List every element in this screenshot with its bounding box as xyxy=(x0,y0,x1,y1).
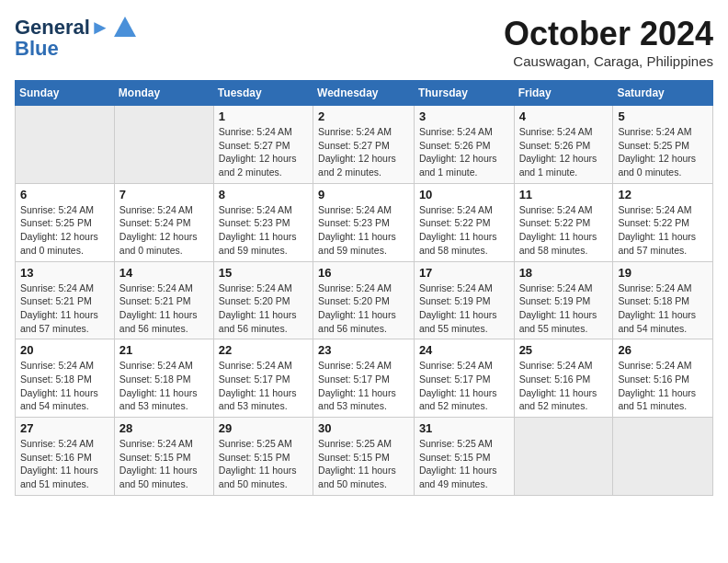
weekday-header-cell: Thursday xyxy=(414,81,514,106)
calendar-cell: 26Sunrise: 5:24 AM Sunset: 5:16 PM Dayli… xyxy=(613,339,713,418)
day-number: 10 xyxy=(419,188,509,201)
calendar-cell: 3Sunrise: 5:24 AM Sunset: 5:26 PM Daylig… xyxy=(414,106,514,184)
day-info: Sunrise: 5:24 AM Sunset: 5:22 PM Dayligh… xyxy=(419,203,509,258)
day-number: 2 xyxy=(318,109,409,123)
title-area: October 2024 Causwagan, Caraga, Philippi… xyxy=(504,15,713,69)
month-title: October 2024 xyxy=(504,15,713,53)
calendar-cell: 6Sunrise: 5:24 AM Sunset: 5:25 PM Daylig… xyxy=(16,183,115,261)
calendar-cell: 12Sunrise: 5:24 AM Sunset: 5:22 PM Dayli… xyxy=(613,183,713,261)
logo-text: General► xyxy=(15,17,110,39)
calendar-cell: 27Sunrise: 5:24 AM Sunset: 5:16 PM Dayli… xyxy=(16,418,115,496)
logo: General► Blue xyxy=(15,15,138,61)
weekday-header-cell: Friday xyxy=(514,81,613,106)
day-info: Sunrise: 5:24 AM Sunset: 5:15 PM Dayligh… xyxy=(119,437,209,491)
day-number: 23 xyxy=(318,343,409,357)
calendar-cell: 20Sunrise: 5:24 AM Sunset: 5:18 PM Dayli… xyxy=(16,339,115,418)
day-number: 15 xyxy=(219,266,308,280)
day-info: Sunrise: 5:25 AM Sunset: 5:15 PM Dayligh… xyxy=(419,437,509,491)
day-number: 3 xyxy=(419,109,509,123)
calendar-cell xyxy=(114,106,213,184)
header: General► Blue October 2024 Causwagan, Ca… xyxy=(15,15,713,69)
day-number: 16 xyxy=(318,266,409,280)
calendar-cell: 23Sunrise: 5:24 AM Sunset: 5:17 PM Dayli… xyxy=(313,339,415,418)
calendar-cell xyxy=(613,418,713,496)
day-number: 9 xyxy=(318,188,409,201)
calendar-cell: 11Sunrise: 5:24 AM Sunset: 5:22 PM Dayli… xyxy=(514,183,613,261)
day-number: 7 xyxy=(119,188,209,201)
calendar-cell: 13Sunrise: 5:24 AM Sunset: 5:21 PM Dayli… xyxy=(16,261,115,339)
day-info: Sunrise: 5:24 AM Sunset: 5:18 PM Dayligh… xyxy=(20,359,109,413)
day-number: 27 xyxy=(20,421,109,435)
day-info: Sunrise: 5:24 AM Sunset: 5:27 PM Dayligh… xyxy=(318,125,409,179)
day-number: 20 xyxy=(20,343,109,357)
weekday-header-cell: Saturday xyxy=(613,81,713,106)
calendar-cell: 2Sunrise: 5:24 AM Sunset: 5:27 PM Daylig… xyxy=(313,106,415,184)
calendar-cell: 7Sunrise: 5:24 AM Sunset: 5:24 PM Daylig… xyxy=(114,183,213,261)
day-number: 12 xyxy=(618,188,708,201)
calendar-week-row: 27Sunrise: 5:24 AM Sunset: 5:16 PM Dayli… xyxy=(16,418,713,496)
day-number: 30 xyxy=(318,421,409,435)
calendar-cell: 28Sunrise: 5:24 AM Sunset: 5:15 PM Dayli… xyxy=(114,418,213,496)
calendar-cell: 1Sunrise: 5:24 AM Sunset: 5:27 PM Daylig… xyxy=(213,106,313,184)
calendar-week-row: 6Sunrise: 5:24 AM Sunset: 5:25 PM Daylig… xyxy=(16,183,713,261)
day-number: 29 xyxy=(219,421,308,435)
day-info: Sunrise: 5:24 AM Sunset: 5:23 PM Dayligh… xyxy=(219,203,308,258)
calendar-body: 1Sunrise: 5:24 AM Sunset: 5:27 PM Daylig… xyxy=(16,106,713,496)
weekday-header-cell: Sunday xyxy=(16,81,115,106)
weekday-header-cell: Monday xyxy=(114,81,213,106)
day-number: 18 xyxy=(519,266,609,280)
calendar-cell: 31Sunrise: 5:25 AM Sunset: 5:15 PM Dayli… xyxy=(414,418,514,496)
calendar-cell: 5Sunrise: 5:24 AM Sunset: 5:25 PM Daylig… xyxy=(613,106,713,184)
day-info: Sunrise: 5:24 AM Sunset: 5:27 PM Dayligh… xyxy=(219,125,308,179)
calendar-cell: 18Sunrise: 5:24 AM Sunset: 5:19 PM Dayli… xyxy=(514,261,613,339)
day-info: Sunrise: 5:24 AM Sunset: 5:16 PM Dayligh… xyxy=(618,359,708,413)
day-info: Sunrise: 5:24 AM Sunset: 5:18 PM Dayligh… xyxy=(618,282,708,336)
day-number: 17 xyxy=(419,266,509,280)
day-info: Sunrise: 5:24 AM Sunset: 5:21 PM Dayligh… xyxy=(119,282,209,336)
calendar-cell: 10Sunrise: 5:24 AM Sunset: 5:22 PM Dayli… xyxy=(414,183,514,261)
day-number: 5 xyxy=(618,109,708,123)
calendar-cell: 21Sunrise: 5:24 AM Sunset: 5:18 PM Dayli… xyxy=(114,339,213,418)
day-info: Sunrise: 5:24 AM Sunset: 5:20 PM Dayligh… xyxy=(219,282,308,336)
calendar-cell: 9Sunrise: 5:24 AM Sunset: 5:23 PM Daylig… xyxy=(313,183,415,261)
calendar-cell: 30Sunrise: 5:25 AM Sunset: 5:15 PM Dayli… xyxy=(313,418,415,496)
calendar-cell: 4Sunrise: 5:24 AM Sunset: 5:26 PM Daylig… xyxy=(514,106,613,184)
day-number: 1 xyxy=(219,109,308,123)
weekday-header-cell: Wednesday xyxy=(313,81,415,106)
calendar-cell: 19Sunrise: 5:24 AM Sunset: 5:18 PM Dayli… xyxy=(613,261,713,339)
day-info: Sunrise: 5:24 AM Sunset: 5:22 PM Dayligh… xyxy=(519,203,609,258)
day-number: 26 xyxy=(618,343,708,357)
day-info: Sunrise: 5:25 AM Sunset: 5:15 PM Dayligh… xyxy=(318,437,409,491)
day-number: 11 xyxy=(519,188,609,201)
day-number: 8 xyxy=(219,188,308,201)
calendar-cell xyxy=(16,106,115,184)
day-number: 19 xyxy=(618,266,708,280)
day-info: Sunrise: 5:24 AM Sunset: 5:16 PM Dayligh… xyxy=(20,437,109,491)
logo-icon xyxy=(112,15,138,40)
day-info: Sunrise: 5:24 AM Sunset: 5:23 PM Dayligh… xyxy=(318,203,409,258)
day-info: Sunrise: 5:24 AM Sunset: 5:22 PM Dayligh… xyxy=(618,203,708,258)
weekday-header-row: SundayMondayTuesdayWednesdayThursdayFrid… xyxy=(16,81,713,106)
day-info: Sunrise: 5:24 AM Sunset: 5:16 PM Dayligh… xyxy=(519,359,609,413)
weekday-header-cell: Tuesday xyxy=(213,81,313,106)
calendar-cell xyxy=(514,418,613,496)
day-number: 22 xyxy=(219,343,308,357)
calendar-cell: 29Sunrise: 5:25 AM Sunset: 5:15 PM Dayli… xyxy=(213,418,313,496)
calendar-cell: 14Sunrise: 5:24 AM Sunset: 5:21 PM Dayli… xyxy=(114,261,213,339)
day-number: 6 xyxy=(20,188,109,201)
day-info: Sunrise: 5:25 AM Sunset: 5:15 PM Dayligh… xyxy=(219,437,308,491)
calendar-cell: 15Sunrise: 5:24 AM Sunset: 5:20 PM Dayli… xyxy=(213,261,313,339)
day-number: 14 xyxy=(119,266,209,280)
calendar-cell: 24Sunrise: 5:24 AM Sunset: 5:17 PM Dayli… xyxy=(414,339,514,418)
day-number: 21 xyxy=(119,343,209,357)
day-info: Sunrise: 5:24 AM Sunset: 5:20 PM Dayligh… xyxy=(318,282,409,336)
day-number: 25 xyxy=(519,343,609,357)
day-info: Sunrise: 5:24 AM Sunset: 5:17 PM Dayligh… xyxy=(219,359,308,413)
day-number: 31 xyxy=(419,421,509,435)
day-info: Sunrise: 5:24 AM Sunset: 5:25 PM Dayligh… xyxy=(20,203,109,258)
day-info: Sunrise: 5:24 AM Sunset: 5:19 PM Dayligh… xyxy=(519,282,609,336)
day-info: Sunrise: 5:24 AM Sunset: 5:18 PM Dayligh… xyxy=(119,359,209,413)
day-info: Sunrise: 5:24 AM Sunset: 5:19 PM Dayligh… xyxy=(419,282,509,336)
calendar-table: SundayMondayTuesdayWednesdayThursdayFrid… xyxy=(15,80,713,496)
calendar-cell: 17Sunrise: 5:24 AM Sunset: 5:19 PM Dayli… xyxy=(414,261,514,339)
